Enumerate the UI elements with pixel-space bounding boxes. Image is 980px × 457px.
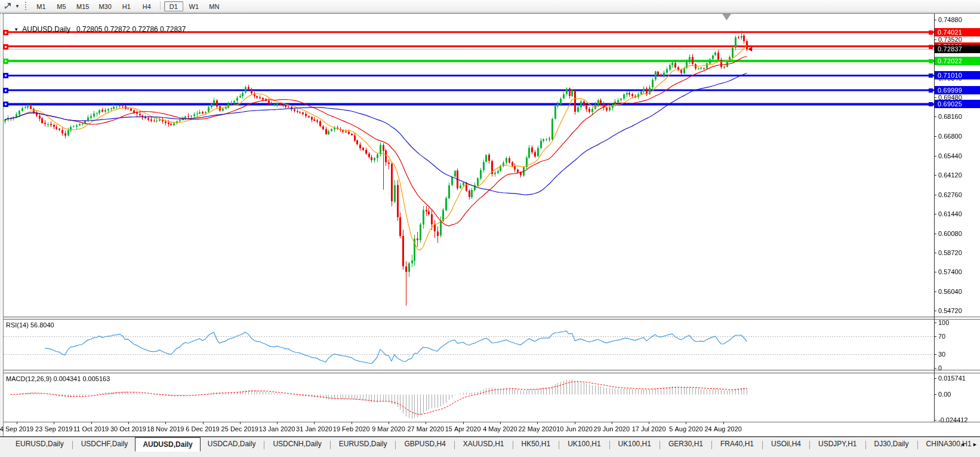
symbol-tab-usoil-h4[interactable]: USOil,H4: [764, 438, 808, 452]
tab-scroll-buttons: ◄ ►: [960, 441, 978, 447]
symbol-tabs: EURUSD,DailyUSDCHF,DailyAUDUSD,DailyUSDC…: [8, 438, 980, 452]
tab-separator: [72, 441, 73, 449]
tab-separator: [609, 441, 610, 449]
timeframe-button-m30[interactable]: M30: [94, 1, 115, 11]
terminal-window: ▼ M1M5M15M30H1H4D1W1MN ▼AUDUSD,Daily0.72…: [0, 0, 980, 457]
hline-price-tag-0.69025: 0.69025: [935, 100, 980, 108]
tab-scroll-right-icon[interactable]: ►: [972, 441, 978, 447]
chart-ohlc-values: 0.72805 0.72872 0.72786 0.72837: [76, 25, 186, 33]
tab-scroll-left-icon[interactable]: ◄: [960, 441, 965, 447]
tab-separator: [711, 441, 712, 449]
symbol-tab-eurusd-daily[interactable]: EURUSD,Daily: [332, 438, 395, 452]
tab-separator: [917, 441, 918, 449]
hline-price-tag-0.71010: 0.71010: [935, 71, 980, 79]
toolbar-grip[interactable]: [25, 2, 28, 10]
chart-arrange-icon[interactable]: [2, 1, 13, 11]
tab-separator: [330, 441, 331, 449]
tab-separator: [264, 441, 264, 449]
symbol-tab-xauusd-h1[interactable]: XAUUSD,H1: [456, 438, 511, 452]
symbol-tab-eurusd-daily[interactable]: EURUSD,Daily: [8, 438, 71, 452]
chart-arrange-dropdown-icon[interactable]: ▼: [13, 4, 21, 9]
macd-indicator-label: MACD(12,26,9) 0.004341 0.005163: [6, 375, 110, 382]
current-price-tag: 0.72837: [935, 45, 980, 53]
timeframe-button-mn[interactable]: MN: [205, 1, 224, 11]
symbol-tab-gbpusd-h4[interactable]: GBPUSD,H4: [397, 438, 452, 452]
timeframe-buttons: M1M5M15M30H1H4D1W1MN: [31, 1, 224, 11]
timeframe-button-m5[interactable]: M5: [52, 1, 71, 11]
timeframe-toolbar: ▼ M1M5M15M30H1H4D1W1MN: [0, 0, 980, 13]
timeframe-button-m15[interactable]: M15: [72, 1, 93, 11]
tab-separator: [559, 441, 559, 449]
chart-symbol: AUDUSD,Daily: [22, 25, 70, 33]
symbol-tab-audusd-daily[interactable]: AUDUSD,Daily: [135, 437, 200, 452]
symbol-tab-dj30-daily[interactable]: DJ30,Daily: [867, 438, 916, 452]
symbol-tab-usdcad-daily[interactable]: USDCAD,Daily: [201, 438, 263, 452]
symbol-tabbar: EURUSD,DailyUSDCHF,DailyAUDUSD,DailyUSDC…: [0, 437, 980, 457]
rsi-indicator-label: RSI(14) 56.8040: [6, 321, 54, 329]
hline-price-tag-0.72022: 0.72022: [935, 57, 980, 65]
symbol-tab-usdjpy-h1[interactable]: USDJPY,H1: [811, 438, 864, 452]
symbol-tab-hk50-h1[interactable]: HK50,H1: [514, 438, 558, 452]
timeframe-button-w1[interactable]: W1: [184, 1, 204, 11]
hline-price-tag-0.69999: 0.69999: [935, 86, 980, 94]
tab-separator: [454, 441, 455, 449]
timeframe-button-h1[interactable]: H1: [117, 1, 136, 11]
tab-separator: [865, 441, 866, 449]
symbol-tab-uk100-h1[interactable]: UK100,H1: [611, 438, 658, 452]
symbol-tab-uk100-h1[interactable]: UK100,H1: [560, 438, 608, 452]
timeframe-button-d1[interactable]: D1: [164, 1, 183, 11]
symbol-tab-usdcnh-daily[interactable]: USDCNH,Daily: [266, 438, 328, 452]
symbol-tab-ger30-h1[interactable]: GER30,H1: [661, 438, 710, 452]
symbol-tab-fra40-h1[interactable]: FRA40,H1: [713, 438, 761, 452]
tab-separator: [513, 441, 513, 449]
timeframe-button-m1[interactable]: M1: [32, 1, 51, 11]
tab-separator: [660, 441, 660, 449]
chart-title: ▼AUDUSD,Daily0.72805 0.72872 0.72786 0.7…: [6, 17, 186, 42]
symbol-dropdown-icon[interactable]: ▼: [14, 27, 19, 32]
symbol-tab-usdchf-daily[interactable]: USDCHF,Daily: [74, 438, 135, 452]
tab-separator: [809, 441, 810, 449]
tab-separator: [395, 441, 396, 449]
timeframe-button-h4[interactable]: H4: [137, 1, 156, 11]
toolbar-separator: [160, 1, 161, 10]
tab-separator: [762, 441, 763, 449]
hline-price-tag-0.74021: 0.74021: [935, 28, 980, 36]
chart-canvas[interactable]: [0, 0, 980, 457]
